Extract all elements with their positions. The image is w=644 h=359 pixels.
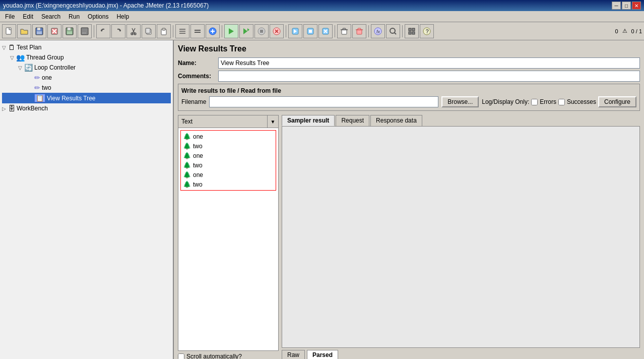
remote-stop-button[interactable] (303, 24, 317, 38)
function-helper-button[interactable]: fx (371, 24, 385, 38)
tree-item-threadgroup[interactable]: ▽ 👥 Thread Group (2, 52, 171, 63)
remote-start-button[interactable] (288, 24, 302, 38)
tree-label-testplan: Test Plan (17, 44, 41, 51)
save-button[interactable] (32, 24, 46, 38)
svg-text:?: ? (426, 28, 429, 34)
tree-item-viewresultstree[interactable]: 📋 View Results Tree (2, 93, 171, 103)
menu-options[interactable]: Options (85, 12, 111, 21)
svg-rect-45 (342, 30, 347, 34)
tab-raw[interactable]: Raw (282, 350, 305, 359)
menu-edit[interactable]: Edit (20, 12, 36, 21)
start-no-pause-button[interactable] (239, 24, 253, 38)
cut-button[interactable] (126, 24, 141, 38)
successes-checkbox[interactable] (558, 99, 565, 105)
main-layout: ▽ 🗒 Test Plan ▽ 👥 Thread Group ▽ 🔄 Loop … (0, 40, 644, 359)
configure-button[interactable]: Configure (598, 96, 636, 107)
close-test-button[interactable] (47, 24, 61, 38)
errors-checkbox[interactable] (531, 99, 538, 105)
result-item-one-2[interactable]: 🌲 one (182, 151, 275, 160)
result-item-one-3[interactable]: 🌲 one (182, 170, 275, 180)
clear-button[interactable] (337, 24, 351, 38)
tree-label-threadgroup: Thread Group (26, 54, 64, 61)
result-label-two-2: two (193, 162, 203, 169)
viewresultstree-icon: 📋 (34, 94, 45, 102)
start-button[interactable] (224, 24, 238, 38)
filename-input[interactable] (209, 96, 438, 107)
result-tree-icon-1: 🌲 (183, 133, 191, 140)
tab-parsed[interactable]: Parsed (307, 350, 338, 359)
select-all-button[interactable] (405, 24, 419, 38)
comments-input[interactable] (218, 71, 640, 82)
testplan-icon: 🗒 (8, 43, 15, 51)
panel-title: View Results Tree (178, 44, 640, 53)
save-as-button[interactable]: ... (78, 24, 92, 38)
tree-item-workbench[interactable]: ▷ 🗄 WorkBench (2, 103, 171, 113)
separator-1 (94, 25, 94, 37)
remote-shutdown-button[interactable] (318, 24, 333, 38)
new-button[interactable] (2, 24, 16, 38)
svg-marker-30 (229, 28, 234, 34)
svg-rect-55 (409, 28, 411, 31)
menu-help[interactable]: Help (113, 12, 132, 21)
minimize-button[interactable]: ─ (612, 2, 621, 10)
tab-request[interactable]: Request (336, 115, 369, 126)
menu-search[interactable]: Search (38, 12, 63, 21)
tree-label-workbench: WorkBench (17, 105, 48, 112)
save-test-button[interactable] (62, 24, 77, 38)
result-tree-icon-6: 🌲 (183, 181, 191, 188)
loopcontroller-icon: 🔄 (24, 64, 33, 72)
help-button[interactable]: ? (420, 24, 434, 38)
clear-all-button[interactable] (352, 24, 366, 38)
separator-2 (173, 25, 173, 37)
result-tree-icon-5: 🌲 (183, 171, 191, 178)
expand-button[interactable] (175, 24, 189, 38)
result-item-one-1[interactable]: 🌲 one (182, 132, 275, 141)
shutdown-button[interactable] (270, 24, 284, 38)
result-item-two-2[interactable]: 🌲 two (182, 160, 275, 170)
close-button[interactable]: ✕ (632, 2, 641, 10)
open-button[interactable] (17, 24, 31, 38)
svg-rect-2 (37, 28, 40, 30)
results-left-label: Text (178, 117, 267, 126)
results-dropdown-button[interactable]: ▼ (267, 115, 278, 128)
undo-button[interactable] (96, 24, 110, 38)
menu-file[interactable]: File (2, 12, 18, 21)
result-tree-icon-2: 🌲 (183, 142, 191, 150)
error-count: 0 / 1 (631, 28, 642, 34)
tree-toggle: ▽ (2, 45, 8, 50)
tree-item-one[interactable]: ✏ one (2, 73, 171, 83)
browse-button[interactable]: Browse... (441, 96, 479, 107)
svg-marker-32 (247, 28, 249, 31)
redo-button[interactable] (111, 24, 125, 38)
scroll-auto-checkbox[interactable] (178, 353, 184, 360)
results-bottom-tabs: Raw Parsed (282, 350, 640, 359)
maximize-button[interactable]: □ (622, 2, 631, 10)
tree-item-two[interactable]: ✏ two (2, 83, 171, 93)
collapse-button[interactable] (190, 24, 205, 38)
svg-rect-0 (6, 28, 11, 34)
name-label: Name: (178, 59, 218, 67)
left-panel: ▽ 🗒 Test Plan ▽ 👥 Thread Group ▽ 🔄 Loop … (0, 40, 174, 359)
tree-item-testplan[interactable]: ▽ 🗒 Test Plan (2, 42, 171, 52)
comments-row: Comments: (178, 71, 640, 82)
result-label-one-3: one (193, 171, 203, 178)
menu-run[interactable]: Run (66, 12, 83, 21)
tree-item-loopcontroller[interactable]: ▽ 🔄 Loop Controller (2, 63, 171, 73)
one-icon: ✏ (34, 74, 40, 82)
results-tabs: Sampler result Request Response data (282, 115, 640, 126)
tree-label-one: one (42, 74, 52, 81)
name-input[interactable] (218, 57, 640, 69)
errors-label: Errors (540, 98, 556, 105)
paste-button[interactable] (157, 24, 171, 38)
tab-sampler-result[interactable]: Sampler result (282, 115, 335, 126)
svg-line-54 (395, 32, 397, 34)
result-item-two-1[interactable]: 🌲 two (182, 141, 275, 151)
stop-button[interactable] (254, 24, 269, 38)
threadgroup-icon: 👥 (16, 53, 25, 62)
copy-button[interactable] (142, 24, 156, 38)
tab-response-data[interactable]: Response data (370, 115, 422, 126)
search-element-button[interactable] (386, 24, 400, 38)
add-button[interactable] (206, 24, 220, 38)
result-item-two-3[interactable]: 🌲 two (182, 180, 275, 189)
results-left-header: Text ▼ (178, 115, 279, 128)
